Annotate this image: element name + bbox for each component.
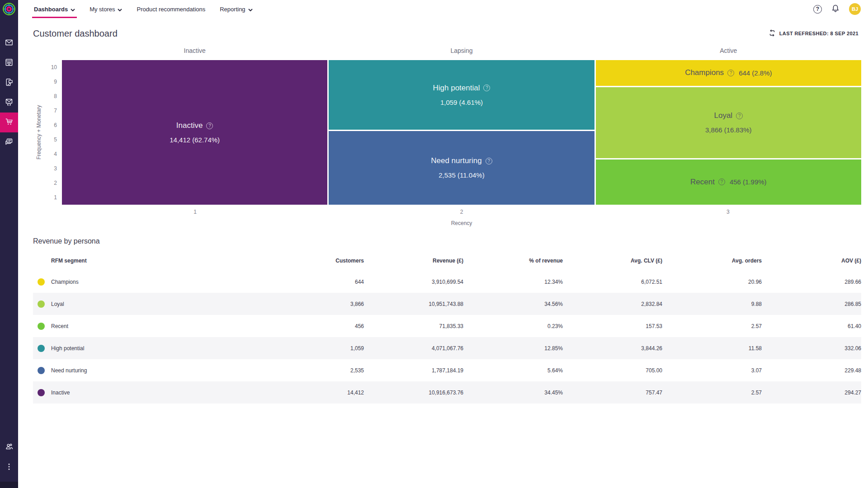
segment-inactive[interactable]: Inactive?14,412 (62.74%)	[62, 60, 327, 205]
y-tick: 6	[51, 118, 57, 132]
avg-clv-cell: 2,832.84	[563, 293, 662, 315]
customers-cell: 14,412	[264, 381, 364, 404]
avg-orders-cell: 9.88	[662, 293, 762, 315]
tab-reporting[interactable]: Reporting	[219, 0, 253, 18]
mobile-message-icon	[5, 78, 13, 88]
aov-cell: 294.27	[762, 381, 861, 404]
revenue-cell: 71,835.33	[364, 315, 463, 337]
aov-cell: 286.85	[762, 293, 861, 315]
revenue-cell: 3,910,699.54	[364, 271, 463, 293]
chevron-down-icon	[118, 6, 122, 13]
customers-cell: 1,059	[264, 337, 364, 359]
sidebar-item-sms[interactable]	[0, 73, 18, 93]
form-document-icon	[5, 58, 13, 68]
y-tick: 3	[51, 161, 57, 176]
help-icon[interactable]: ?	[206, 122, 213, 129]
tab-product-recommendations[interactable]: Product recommendations	[136, 0, 206, 18]
chart-column-2: High potential?1,059 (4.61%)Need nurturi…	[329, 60, 594, 205]
help-icon[interactable]: ?	[486, 158, 492, 164]
help-icon[interactable]: ?	[718, 178, 725, 185]
user-avatar[interactable]: BJ	[849, 3, 861, 15]
segment-count: 456 (1.99%)	[730, 178, 767, 186]
segment-label: Loyal	[714, 111, 733, 120]
brand-logo-icon	[3, 3, 15, 15]
column-header-active: Active	[596, 47, 861, 54]
help-icon[interactable]: ?	[736, 113, 743, 119]
pct-revenue-cell: 0.23%	[463, 315, 563, 337]
segment-color-dot	[38, 278, 45, 286]
tab-my-stores[interactable]: My stores	[89, 0, 123, 18]
table-row: Need nurturing 2,535 1,787,184.19 5.64% …	[33, 359, 861, 381]
segment-need-nurturing[interactable]: Need nurturing?2,535 (11.04%)	[329, 131, 594, 205]
revenue-by-persona-section: Revenue by persona RFM segmentCustomersR…	[33, 237, 861, 404]
help-button[interactable]: ?	[813, 5, 822, 14]
customers-cell: 644	[264, 271, 364, 293]
avg-orders-cell: 20.96	[662, 271, 762, 293]
x-tick-3: 3	[595, 209, 861, 215]
shopping-cart-icon	[5, 117, 14, 127]
avg-orders-cell: 2.57	[662, 381, 762, 404]
help-icon[interactable]: ?	[483, 84, 490, 91]
sidebar-item-commerce[interactable]	[0, 113, 18, 132]
sidebar-item-more[interactable]	[0, 457, 18, 477]
segment-champions[interactable]: Champions?644 (2.8%)	[596, 60, 861, 86]
bell-icon	[831, 4, 840, 14]
aov-cell: 229.48	[762, 359, 861, 381]
chart-column-headers: Inactive Lapsing Active	[62, 47, 861, 54]
x-tick-1: 1	[62, 209, 328, 215]
y-tick: 1	[51, 190, 57, 205]
sidebar-item-broadcast[interactable]	[0, 132, 18, 152]
segment-count: 1,059 (4.61%)	[440, 99, 483, 106]
help-icon[interactable]: ?	[727, 70, 734, 76]
segment-name: Loyal	[51, 301, 64, 307]
main-content: Customer dashboard LAST REFRESHED: 8 SEP…	[18, 25, 868, 404]
column-header-customers: Customers	[264, 251, 364, 271]
segment-recent[interactable]: Recent?456 (1.99%)	[596, 160, 861, 205]
app-logo[interactable]	[0, 0, 18, 18]
chart-column-3: Champions?644 (2.8%)Loyal?3,866 (16.83%)…	[596, 60, 861, 205]
customers-cell: 2,535	[264, 359, 364, 381]
sidebar-item-audience[interactable]	[0, 437, 18, 457]
aov-cell: 289.66	[762, 271, 861, 293]
y-tick: 8	[51, 89, 57, 103]
last-refreshed[interactable]: LAST REFRESHED: 8 SEP 2021	[766, 29, 861, 38]
column-header-revenue: Revenue (£)	[364, 251, 463, 271]
y-tick: 4	[51, 147, 57, 161]
table-row: Champions 644 3,910,699.54 12.34% 6,072.…	[33, 271, 861, 293]
section-title: Revenue by persona	[33, 237, 861, 245]
sidebar-item-email-templates[interactable]	[0, 93, 18, 113]
x-axis-label: Recency	[62, 220, 861, 226]
envelope-code-icon	[5, 98, 13, 108]
customers-cell: 3,866	[264, 293, 364, 315]
segment-high-potential[interactable]: High potential?1,059 (4.61%)	[329, 60, 594, 130]
tab-my-stores-label: My stores	[90, 6, 115, 13]
revenue-cell: 4,071,067.76	[364, 337, 463, 359]
envelope-icon	[5, 38, 13, 48]
people-icon	[5, 442, 14, 452]
x-ticks: 1 2 3	[62, 209, 861, 215]
revenue-cell: 10,951,743.88	[364, 293, 463, 315]
last-refreshed-text: LAST REFRESHED: 8 SEP 2021	[779, 31, 859, 36]
segment-count: 2,535 (11.04%)	[439, 171, 484, 179]
aov-cell: 332.06	[762, 337, 861, 359]
notifications-button[interactable]	[831, 4, 840, 14]
avatar-initials: BJ	[852, 6, 858, 12]
question-mark-icon: ?	[816, 6, 819, 12]
tab-dashboards[interactable]: Dashboards	[33, 0, 76, 18]
chevron-down-icon	[248, 6, 253, 13]
column-header-inactive: Inactive	[62, 47, 327, 54]
table-row: Inactive 14,412 10,916,673.76 34.45% 757…	[33, 381, 861, 404]
sidebar-item-forms[interactable]	[0, 53, 18, 73]
y-tick: 10	[51, 60, 57, 75]
y-axis-label: Frequency + Monetary	[36, 60, 42, 205]
sidebar-item-email[interactable]	[0, 33, 18, 53]
segment-name: Recent	[51, 323, 68, 329]
y-tick: 9	[51, 75, 57, 89]
segment-loyal[interactable]: Loyal?3,866 (16.83%)	[596, 87, 861, 158]
segment-count: 3,866 (16.83%)	[705, 126, 752, 134]
segment-name: Need nurturing	[51, 367, 87, 374]
segment-name: Champions	[51, 279, 79, 285]
aov-cell: 61.40	[762, 315, 861, 337]
avg-clv-cell: 6,072.51	[563, 271, 662, 293]
segment-label: Champions	[685, 68, 724, 77]
